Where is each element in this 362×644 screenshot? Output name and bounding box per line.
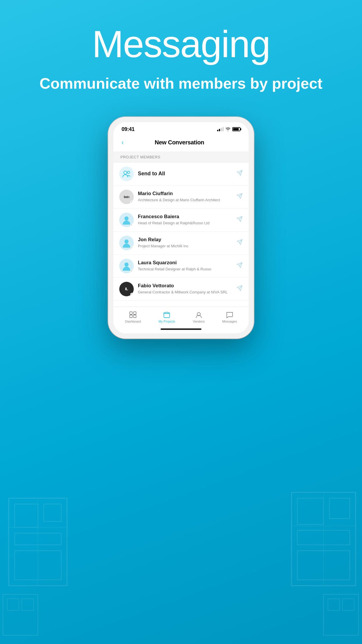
svg-rect-10 (297, 530, 350, 545)
svg-rect-16 (22, 599, 34, 610)
messages-icon (226, 311, 234, 318)
vendors-icon (195, 311, 203, 318)
list-item[interactable]: Send to All (113, 162, 249, 186)
send-icon[interactable] (236, 216, 243, 224)
item-subtitle: Architecture & Design at Mario Ciuffarin… (138, 197, 232, 203)
svg-point-21 (127, 171, 130, 174)
item-content: Laura Squarzoni Technical Retail Designe… (138, 260, 232, 272)
battery-icon (232, 127, 240, 131)
status-time: 09:41 (122, 126, 135, 132)
group-icon (122, 170, 131, 178)
svg-rect-11 (297, 551, 350, 580)
item-content: Mario Ciuffarin Architecture & Design at… (138, 191, 232, 203)
nav-bar: ‹ New Conversation (113, 135, 249, 152)
person-icon (121, 238, 132, 248)
list-item[interactable]: Jon Relay Project Manager at Michilli In… (113, 232, 249, 255)
spacer (113, 301, 249, 307)
send-icon[interactable] (236, 239, 243, 247)
svg-rect-1 (15, 504, 38, 527)
svg-rect-9 (329, 498, 350, 519)
svg-rect-17 (324, 594, 359, 635)
tab-vendors[interactable]: Vendors (188, 310, 209, 324)
avatar (119, 259, 134, 273)
online-status (130, 247, 133, 250)
tab-dashboard[interactable]: Dashboard (120, 310, 145, 324)
svg-rect-28 (133, 315, 136, 318)
item-name: Mario Ciuffarin (138, 191, 232, 197)
svg-rect-7 (291, 492, 356, 586)
home-indicator-bar (161, 328, 201, 330)
svg-rect-18 (328, 599, 340, 610)
online-status (130, 224, 133, 227)
svg-rect-27 (130, 315, 132, 318)
avatar (119, 213, 134, 227)
phone-frame: 09:41 (108, 117, 254, 339)
person-icon (121, 261, 132, 271)
svg-rect-15 (7, 599, 19, 610)
phone-mockup: 09:41 (0, 117, 362, 339)
back-button[interactable]: ‹ (119, 138, 126, 148)
list-item[interactable]: farin Mario Ciuffarin Architecture & Des… (113, 186, 249, 209)
svg-rect-8 (297, 498, 324, 524)
item-name: Jon Relay (138, 237, 232, 243)
svg-point-23 (124, 239, 129, 244)
svg-rect-14 (3, 594, 38, 635)
tab-vendors-label: Vendors (193, 320, 205, 323)
item-subtitle: Project Manager at Michilli Inc (138, 244, 232, 249)
online-status (130, 201, 133, 204)
status-icons (217, 127, 240, 131)
page-subtitle: Communicate with members by project (0, 74, 362, 94)
svg-point-20 (124, 171, 127, 174)
item-subtitle: General Contractor & Millwork Company at… (138, 290, 232, 295)
list-item[interactable]: Francesco Baiera Head of Retail Design a… (113, 209, 249, 232)
avatar (119, 236, 134, 250)
item-name: Laura Squarzoni (138, 260, 232, 266)
send-icon[interactable] (236, 262, 243, 270)
dashboard-icon (129, 311, 137, 318)
svg-point-24 (124, 262, 129, 267)
svg-rect-2 (44, 504, 61, 522)
page-title: Messaging (0, 23, 362, 65)
svg-rect-0 (9, 498, 67, 586)
tab-my-projects-label: My Projects (159, 320, 175, 323)
list-item[interactable]: IL Fabio Vettorato General Contractor & … (113, 278, 249, 301)
home-indicator (113, 326, 249, 333)
list-item[interactable]: Laura Squarzoni Technical Retail Designe… (113, 255, 249, 278)
item-content: Send to All (138, 171, 232, 177)
svg-rect-4 (15, 551, 61, 580)
avatar: IL (119, 282, 134, 296)
item-name: Francesco Baiera (138, 214, 232, 220)
section-header: PROJECT MEMBERS (113, 152, 249, 162)
send-icon[interactable] (236, 193, 243, 201)
tab-bar: Dashboard My Projects (113, 307, 249, 326)
send-icon[interactable] (236, 285, 243, 293)
item-content: Francesco Baiera Head of Retail Design a… (138, 214, 232, 226)
item-subtitle: Head of Retail Design at Ralph&Russo Ltd (138, 220, 232, 226)
status-bar: 09:41 (113, 122, 249, 135)
nav-title: New Conversation (126, 139, 233, 146)
send-icon[interactable] (236, 170, 243, 178)
item-name: Fabio Vettorato (138, 283, 232, 289)
svg-rect-26 (133, 312, 136, 314)
person-icon (121, 215, 132, 225)
item-content: Fabio Vettorato General Contractor & Mil… (138, 283, 232, 295)
my-projects-icon (163, 311, 171, 318)
item-name: Send to All (138, 171, 232, 177)
svg-rect-25 (130, 312, 132, 314)
avatar (119, 167, 134, 181)
tab-messages[interactable]: Messages (218, 310, 242, 324)
item-content: Jon Relay Project Manager at Michilli In… (138, 237, 232, 249)
online-status (130, 293, 133, 296)
tab-dashboard-label: Dashboard (125, 320, 141, 323)
svg-point-22 (124, 216, 129, 220)
signal-icon (217, 127, 224, 131)
online-status (130, 270, 133, 273)
avatar: farin (119, 190, 134, 204)
phone-screen: 09:41 (113, 122, 249, 333)
svg-rect-19 (342, 599, 354, 610)
svg-rect-3 (15, 533, 61, 545)
item-subtitle: Technical Retail Designer at Ralph & Rus… (138, 267, 232, 272)
wifi-icon (225, 127, 231, 131)
tab-my-projects[interactable]: My Projects (154, 310, 180, 324)
tab-messages-label: Messages (222, 320, 237, 323)
